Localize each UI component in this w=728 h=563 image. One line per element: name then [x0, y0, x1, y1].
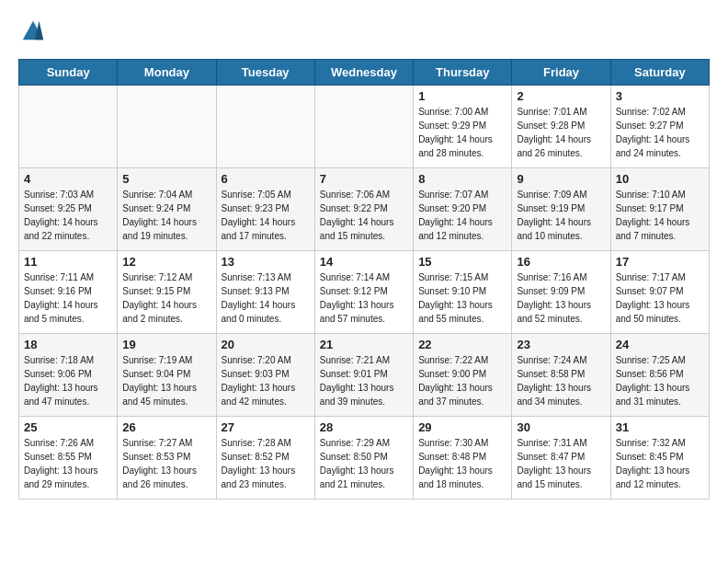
- calendar-week-row: 11Sunrise: 7:11 AM Sunset: 9:16 PM Dayli…: [19, 251, 710, 334]
- day-number: 23: [517, 338, 605, 351]
- day-number: 5: [122, 172, 210, 186]
- day-number: 11: [24, 255, 112, 269]
- day-info: Sunrise: 7:16 AM Sunset: 9:09 PM Dayligh…: [517, 270, 605, 326]
- day-number: 17: [616, 255, 704, 269]
- day-info: Sunrise: 7:27 AM Sunset: 8:53 PM Dayligh…: [122, 436, 210, 491]
- day-number: 4: [24, 172, 112, 186]
- day-info: Sunrise: 7:05 AM Sunset: 9:23 PM Dayligh…: [222, 188, 310, 243]
- day-info: Sunrise: 7:11 AM Sunset: 9:16 PM Dayligh…: [24, 270, 112, 326]
- day-number: 22: [418, 338, 506, 351]
- calendar-day-cell: 11Sunrise: 7:11 AM Sunset: 9:16 PM Dayli…: [19, 251, 118, 334]
- calendar-day-cell: 9Sunrise: 7:09 AM Sunset: 9:19 PM Daylig…: [512, 168, 610, 251]
- day-info: Sunrise: 7:25 AM Sunset: 8:56 PM Dayligh…: [616, 353, 704, 408]
- calendar-day-cell: 25Sunrise: 7:26 AM Sunset: 8:55 PM Dayli…: [19, 417, 118, 500]
- day-number: 19: [122, 338, 210, 351]
- calendar-day-cell: 17Sunrise: 7:17 AM Sunset: 9:07 PM Dayli…: [610, 251, 709, 334]
- logo-icon: [20, 18, 46, 44]
- calendar-day-cell: 31Sunrise: 7:32 AM Sunset: 8:45 PM Dayli…: [610, 417, 709, 500]
- day-info: Sunrise: 7:32 AM Sunset: 8:45 PM Dayligh…: [616, 436, 704, 491]
- day-number: 9: [517, 172, 605, 186]
- day-info: Sunrise: 7:20 AM Sunset: 9:03 PM Dayligh…: [222, 353, 310, 408]
- day-info: Sunrise: 7:18 AM Sunset: 9:06 PM Dayligh…: [24, 353, 112, 408]
- calendar-day-cell: 19Sunrise: 7:19 AM Sunset: 9:04 PM Dayli…: [118, 334, 216, 417]
- day-number: 26: [122, 420, 210, 434]
- day-number: 20: [222, 338, 310, 351]
- calendar-day-cell: [216, 86, 314, 168]
- calendar-day-cell: 27Sunrise: 7:28 AM Sunset: 8:52 PM Dayli…: [216, 417, 314, 500]
- day-info: Sunrise: 7:17 AM Sunset: 9:07 PM Dayligh…: [616, 270, 704, 326]
- logo: [18, 18, 50, 44]
- day-info: Sunrise: 7:01 AM Sunset: 9:28 PM Dayligh…: [517, 105, 605, 160]
- day-number: 27: [222, 420, 310, 434]
- day-number: 7: [320, 172, 408, 186]
- day-number: 28: [320, 420, 408, 434]
- calendar-week-row: 25Sunrise: 7:26 AM Sunset: 8:55 PM Dayli…: [19, 417, 710, 500]
- calendar-day-cell: 23Sunrise: 7:24 AM Sunset: 8:58 PM Dayli…: [512, 334, 610, 417]
- calendar-day-cell: 21Sunrise: 7:21 AM Sunset: 9:01 PM Dayli…: [314, 334, 413, 417]
- day-number: 31: [616, 420, 704, 434]
- calendar-day-cell: 4Sunrise: 7:03 AM Sunset: 9:25 PM Daylig…: [19, 168, 118, 251]
- day-info: Sunrise: 7:09 AM Sunset: 9:19 PM Dayligh…: [517, 188, 605, 243]
- day-info: Sunrise: 7:07 AM Sunset: 9:20 PM Dayligh…: [418, 188, 506, 243]
- day-info: Sunrise: 7:31 AM Sunset: 8:47 PM Dayligh…: [517, 436, 605, 491]
- calendar-day-cell: 1Sunrise: 7:00 AM Sunset: 9:29 PM Daylig…: [414, 86, 512, 168]
- day-info: Sunrise: 7:22 AM Sunset: 9:00 PM Dayligh…: [418, 353, 506, 408]
- day-number: 10: [616, 172, 704, 186]
- calendar-day-cell: 3Sunrise: 7:02 AM Sunset: 9:27 PM Daylig…: [610, 86, 709, 168]
- calendar-day-cell: 22Sunrise: 7:22 AM Sunset: 9:00 PM Dayli…: [414, 334, 512, 417]
- calendar-table: SundayMondayTuesdayWednesdayThursdayFrid…: [18, 59, 710, 500]
- day-number: 1: [418, 89, 506, 103]
- calendar-day-cell: 18Sunrise: 7:18 AM Sunset: 9:06 PM Dayli…: [19, 334, 118, 417]
- calendar-day-cell: 20Sunrise: 7:20 AM Sunset: 9:03 PM Dayli…: [216, 334, 314, 417]
- day-number: 15: [418, 255, 506, 269]
- calendar-day-cell: 24Sunrise: 7:25 AM Sunset: 8:56 PM Dayli…: [610, 334, 709, 417]
- day-info: Sunrise: 7:10 AM Sunset: 9:17 PM Dayligh…: [616, 188, 704, 243]
- weekday-header-friday: Friday: [512, 60, 610, 86]
- calendar-day-cell: 15Sunrise: 7:15 AM Sunset: 9:10 PM Dayli…: [414, 251, 512, 334]
- day-number: 21: [320, 338, 408, 351]
- day-number: 6: [222, 172, 310, 186]
- calendar-day-cell: 29Sunrise: 7:30 AM Sunset: 8:48 PM Dayli…: [414, 417, 512, 500]
- day-info: Sunrise: 7:12 AM Sunset: 9:15 PM Dayligh…: [122, 270, 210, 326]
- day-info: Sunrise: 7:21 AM Sunset: 9:01 PM Dayligh…: [320, 353, 408, 408]
- day-number: 3: [616, 89, 704, 103]
- weekday-header-thursday: Thursday: [414, 60, 512, 86]
- day-info: Sunrise: 7:00 AM Sunset: 9:29 PM Dayligh…: [418, 105, 506, 160]
- day-info: Sunrise: 7:14 AM Sunset: 9:12 PM Dayligh…: [320, 270, 408, 326]
- calendar-day-cell: 6Sunrise: 7:05 AM Sunset: 9:23 PM Daylig…: [216, 168, 314, 251]
- weekday-header-wednesday: Wednesday: [314, 60, 413, 86]
- day-info: Sunrise: 7:26 AM Sunset: 8:55 PM Dayligh…: [24, 436, 112, 491]
- day-number: 8: [418, 172, 506, 186]
- calendar-day-cell: 28Sunrise: 7:29 AM Sunset: 8:50 PM Dayli…: [314, 417, 413, 500]
- day-info: Sunrise: 7:24 AM Sunset: 8:58 PM Dayligh…: [517, 353, 605, 408]
- day-number: 29: [418, 420, 506, 434]
- calendar-day-cell: 7Sunrise: 7:06 AM Sunset: 9:22 PM Daylig…: [314, 168, 413, 251]
- day-info: Sunrise: 7:03 AM Sunset: 9:25 PM Dayligh…: [24, 188, 112, 243]
- day-info: Sunrise: 7:02 AM Sunset: 9:27 PM Dayligh…: [616, 105, 704, 160]
- calendar-day-cell: [19, 86, 118, 168]
- day-number: 30: [517, 420, 605, 434]
- day-number: 12: [122, 255, 210, 269]
- day-info: Sunrise: 7:04 AM Sunset: 9:24 PM Dayligh…: [122, 188, 210, 243]
- day-number: 13: [222, 255, 310, 269]
- day-number: 18: [24, 338, 112, 351]
- day-number: 14: [320, 255, 408, 269]
- calendar-day-cell: [118, 86, 216, 168]
- calendar-day-cell: 8Sunrise: 7:07 AM Sunset: 9:20 PM Daylig…: [414, 168, 512, 251]
- weekday-header-saturday: Saturday: [610, 60, 709, 86]
- calendar-week-row: 4Sunrise: 7:03 AM Sunset: 9:25 PM Daylig…: [19, 168, 710, 251]
- calendar-day-cell: 30Sunrise: 7:31 AM Sunset: 8:47 PM Dayli…: [512, 417, 610, 500]
- page-header: [18, 18, 710, 44]
- day-info: Sunrise: 7:13 AM Sunset: 9:13 PM Dayligh…: [222, 270, 310, 326]
- calendar-day-cell: 14Sunrise: 7:14 AM Sunset: 9:12 PM Dayli…: [314, 251, 413, 334]
- calendar-week-row: 1Sunrise: 7:00 AM Sunset: 9:29 PM Daylig…: [19, 86, 710, 168]
- day-info: Sunrise: 7:28 AM Sunset: 8:52 PM Dayligh…: [222, 436, 310, 491]
- weekday-header-sunday: Sunday: [19, 60, 118, 86]
- weekday-header-row: SundayMondayTuesdayWednesdayThursdayFrid…: [19, 60, 710, 86]
- calendar-day-cell: 26Sunrise: 7:27 AM Sunset: 8:53 PM Dayli…: [118, 417, 216, 500]
- day-info: Sunrise: 7:30 AM Sunset: 8:48 PM Dayligh…: [418, 436, 506, 491]
- day-info: Sunrise: 7:29 AM Sunset: 8:50 PM Dayligh…: [320, 436, 408, 491]
- calendar-day-cell: 10Sunrise: 7:10 AM Sunset: 9:17 PM Dayli…: [610, 168, 709, 251]
- day-info: Sunrise: 7:19 AM Sunset: 9:04 PM Dayligh…: [122, 353, 210, 408]
- calendar-day-cell: 12Sunrise: 7:12 AM Sunset: 9:15 PM Dayli…: [118, 251, 216, 334]
